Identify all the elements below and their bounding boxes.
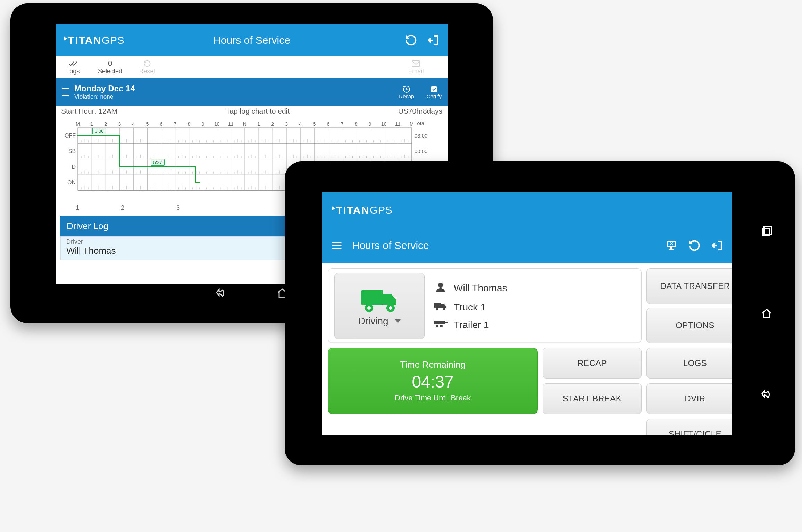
day-violation: Violation: none bbox=[74, 93, 135, 100]
svg-rect-368 bbox=[434, 303, 441, 308]
logout-icon[interactable] bbox=[711, 239, 724, 252]
app-header: TITANGPS Hours of Service bbox=[56, 24, 448, 56]
logout-icon[interactable] bbox=[427, 34, 440, 47]
certify-button[interactable]: Certify bbox=[427, 85, 442, 99]
time-value: 04:37 bbox=[412, 372, 453, 391]
svg-point-373 bbox=[436, 325, 438, 327]
home-icon[interactable] bbox=[760, 307, 773, 320]
svg-point-374 bbox=[440, 325, 443, 327]
start-hour: Start Hour: 12AM bbox=[61, 107, 117, 115]
svg-text:3: 3 bbox=[285, 121, 288, 127]
svg-rect-361 bbox=[669, 249, 674, 250]
duty-status-selector[interactable]: Driving bbox=[334, 273, 425, 339]
off-duration-badge: 3:00 bbox=[92, 128, 106, 134]
svg-text:M: M bbox=[410, 121, 414, 127]
connection-error-icon[interactable]: ✕ bbox=[665, 239, 678, 252]
svg-text:2: 2 bbox=[271, 121, 274, 127]
reset-button[interactable]: Reset bbox=[137, 59, 158, 75]
svg-text:4: 4 bbox=[132, 121, 135, 127]
person-icon bbox=[434, 281, 448, 296]
start-break-button[interactable]: START BREAK bbox=[543, 383, 642, 414]
time-title: Time Remaining bbox=[400, 359, 465, 370]
svg-text:Total: Total bbox=[415, 120, 426, 126]
truck-icon bbox=[359, 285, 400, 314]
svg-text:11: 11 bbox=[395, 121, 401, 127]
svg-text:3: 3 bbox=[118, 121, 121, 127]
svg-text:OFF: OFF bbox=[65, 132, 76, 139]
vehicle-info: Will Thomas Truck 1 Trailer 1 bbox=[434, 281, 507, 331]
day-checkbox[interactable] bbox=[62, 88, 69, 96]
logs-button[interactable]: LOGS bbox=[646, 348, 732, 379]
svg-text:5: 5 bbox=[313, 121, 316, 127]
back-icon[interactable] bbox=[215, 287, 227, 299]
time-subtitle: Drive Time Until Break bbox=[395, 393, 471, 402]
svg-text:7: 7 bbox=[174, 121, 177, 127]
svg-text:10: 10 bbox=[381, 121, 387, 127]
svg-rect-360 bbox=[670, 247, 672, 249]
svg-text:10: 10 bbox=[214, 121, 220, 127]
chevron-down-icon bbox=[395, 319, 401, 323]
day-date: Monday Dec 14 bbox=[74, 84, 135, 93]
logs-label: Logs bbox=[66, 68, 80, 75]
svg-text:M: M bbox=[76, 121, 80, 127]
svg-text:D: D bbox=[72, 164, 76, 170]
svg-rect-362 bbox=[361, 290, 383, 305]
chart-hint: Tap log chart to edit bbox=[226, 107, 290, 115]
driver-row: Will Thomas bbox=[434, 281, 507, 296]
svg-rect-371 bbox=[434, 321, 445, 324]
time-remaining-card[interactable]: Time Remaining 04:37 Drive Time Until Br… bbox=[328, 348, 538, 414]
drive-duration-badge: 5:27 bbox=[151, 159, 164, 166]
dvir-button[interactable]: DVIR bbox=[646, 383, 732, 414]
chart-info-row: Start Hour: 12AM Tap log chart to edit U… bbox=[56, 106, 448, 117]
shift-cycle-button[interactable]: SHIFT/CICLE bbox=[646, 419, 732, 435]
options-button[interactable]: OPTIONS bbox=[646, 308, 732, 343]
hos-dashboard-tablet: TITANGPS Hours of Service ✕ bbox=[285, 161, 795, 465]
refresh-icon[interactable] bbox=[688, 239, 701, 252]
svg-text:7: 7 bbox=[341, 121, 344, 127]
svg-text:N: N bbox=[243, 121, 247, 127]
recap-button[interactable]: Recap bbox=[399, 85, 414, 99]
svg-text:1: 1 bbox=[90, 121, 93, 127]
back-icon[interactable] bbox=[760, 388, 773, 401]
day-header: Monday Dec 14 Violation: none Recap Cert… bbox=[56, 78, 448, 106]
svg-point-369 bbox=[436, 308, 438, 310]
trailer-icon bbox=[434, 319, 448, 331]
svg-text:9: 9 bbox=[369, 121, 371, 127]
svg-point-370 bbox=[443, 308, 445, 310]
menu-icon[interactable] bbox=[331, 239, 343, 252]
brand-logo: TITANGPS bbox=[64, 34, 124, 46]
svg-text:2: 2 bbox=[104, 121, 107, 127]
selected-count: 0 Selected bbox=[98, 59, 122, 75]
svg-text:SB: SB bbox=[68, 148, 76, 154]
data-transfer-button[interactable]: DATA TRANSFER bbox=[646, 268, 732, 304]
hos-dashboard-screen: TITANGPS Hours of Service ✕ bbox=[322, 192, 732, 435]
svg-text:ON: ON bbox=[67, 179, 76, 185]
svg-text:6: 6 bbox=[160, 121, 163, 127]
status-label: Driving bbox=[358, 316, 388, 327]
svg-text:✕: ✕ bbox=[669, 241, 674, 247]
truck-small-icon bbox=[434, 302, 448, 313]
svg-rect-0 bbox=[412, 61, 420, 66]
svg-text:9: 9 bbox=[202, 121, 204, 127]
svg-text:8: 8 bbox=[355, 121, 358, 127]
logs-toggle[interactable]: Logs bbox=[62, 59, 83, 75]
recap-button[interactable]: RECAP bbox=[543, 348, 642, 379]
svg-point-367 bbox=[438, 283, 443, 288]
svg-text:11: 11 bbox=[228, 121, 234, 127]
page-title: Hours of Service bbox=[352, 240, 429, 251]
system-side-nav bbox=[758, 192, 776, 435]
svg-text:1: 1 bbox=[257, 121, 260, 127]
log-toolbar: Logs 0 Selected Reset Email bbox=[56, 56, 448, 78]
app-header: Hours of Service ✕ bbox=[322, 228, 732, 263]
hos-rule: US70hr8days bbox=[398, 107, 442, 115]
svg-text:4: 4 bbox=[299, 121, 302, 127]
recents-icon[interactable] bbox=[760, 226, 773, 239]
dashboard-grid: Driving Will Thomas Truck 1 Trailer 1 bbox=[322, 263, 732, 435]
email-button[interactable]: Email bbox=[406, 59, 426, 75]
svg-text:5: 5 bbox=[146, 121, 149, 127]
svg-point-366 bbox=[389, 306, 392, 310]
refresh-icon[interactable] bbox=[405, 34, 417, 47]
svg-text:03:00: 03:00 bbox=[415, 133, 428, 139]
status-card: Driving Will Thomas Truck 1 Trailer 1 bbox=[328, 268, 642, 343]
svg-text:8: 8 bbox=[188, 121, 191, 127]
